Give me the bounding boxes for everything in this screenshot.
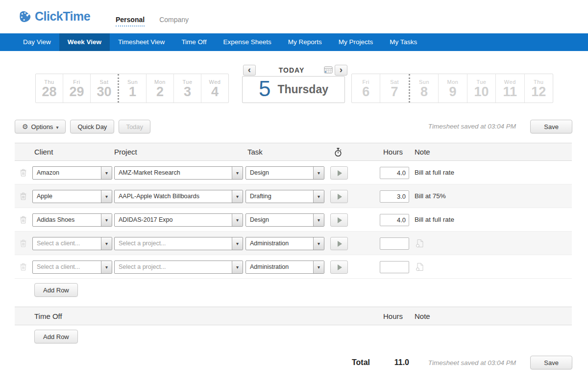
hours-input[interactable]	[380, 167, 409, 179]
previous-week-strip: Thu28 Fri29 Sat30 Sun1 Mon2 Tue3 Wed4	[35, 74, 229, 103]
time-off-add-row-button[interactable]: Add Row	[34, 330, 78, 343]
select-arrow-icon	[232, 214, 243, 226]
saved-status: Timesheet saved at 03:04 PM	[428, 123, 516, 130]
project-select[interactable]: AAPL-Apple Watch Billboards	[114, 190, 243, 203]
select-arrow-icon	[232, 261, 243, 273]
select-arrow-icon	[232, 190, 243, 203]
client-select[interactable]: Adidas Shoes	[32, 213, 112, 227]
day-cell[interactable]: Wed11	[495, 74, 524, 103]
day-cell[interactable]: Sun1	[118, 74, 146, 103]
add-note-icon[interactable]	[416, 262, 424, 271]
project-select[interactable]: Select a project...	[114, 261, 243, 274]
select-arrow-icon	[101, 261, 112, 273]
timesheet-row: Apple AAPL-Apple Watch Billboards Drafti…	[15, 184, 572, 208]
start-timer-button[interactable]	[330, 237, 348, 250]
hours-input[interactable]	[380, 261, 409, 273]
delete-row-icon[interactable]	[20, 263, 26, 271]
add-note-icon[interactable]	[416, 239, 424, 248]
previous-day-button[interactable]	[243, 65, 256, 76]
select-arrow-icon	[313, 214, 324, 226]
selected-day-weekday: Thursday	[277, 83, 328, 96]
project-select[interactable]: ADIDAS-2017 Expo	[114, 213, 243, 227]
start-timer-button[interactable]	[330, 261, 348, 274]
column-client: Client	[34, 143, 53, 161]
select-arrow-icon	[313, 190, 324, 203]
tab-company[interactable]: Company	[159, 16, 189, 26]
day-cell[interactable]: Sun8	[409, 74, 438, 103]
select-arrow-icon	[101, 190, 112, 203]
start-timer-button[interactable]	[330, 166, 348, 180]
options-button[interactable]: Options	[15, 120, 66, 133]
save-button[interactable]: Save	[530, 356, 572, 369]
delete-row-icon[interactable]	[20, 216, 26, 224]
nav-expense-sheets[interactable]: Expense Sheets	[215, 33, 279, 51]
row-note: Bill at full rate	[415, 161, 454, 184]
row-note: Bill at 75%	[415, 184, 446, 208]
nav-time-off[interactable]: Time Off	[173, 33, 215, 51]
day-cell[interactable]: Fri6	[352, 74, 380, 103]
clicktime-logo[interactable]: ClickTime	[18, 9, 90, 24]
nav-day-view[interactable]: Day View	[15, 33, 59, 51]
nav-week-view[interactable]: Week View	[59, 33, 110, 51]
add-row-button[interactable]: Add Row	[34, 283, 78, 297]
client-select[interactable]: Select a client...	[32, 261, 112, 274]
chevron-right-icon	[340, 66, 343, 75]
time-off-title: Time Off	[34, 307, 62, 325]
hours-input[interactable]	[380, 190, 409, 203]
delete-row-icon[interactable]	[20, 169, 26, 177]
today-button[interactable]: Today	[119, 120, 150, 133]
day-cell[interactable]: Mon2	[146, 74, 173, 103]
select-arrow-icon	[232, 167, 243, 179]
chevron-left-icon	[248, 66, 251, 75]
total-label: Total	[352, 358, 370, 367]
clicktime-app: ClickTime Personal Company Day View Week…	[0, 0, 588, 392]
project-select[interactable]: Select a project...	[114, 237, 243, 250]
play-icon	[338, 170, 342, 176]
select-arrow-icon	[101, 237, 112, 250]
column-task: Task	[247, 143, 263, 161]
task-select[interactable]: Administration	[245, 237, 324, 250]
timesheet-row: Amazon AMZ-Market Research Design Bill a…	[15, 161, 572, 184]
task-select[interactable]: Design	[245, 166, 324, 180]
task-select[interactable]: Administration	[245, 261, 324, 274]
selected-day[interactable]: 5 Thursday	[242, 76, 345, 103]
client-select[interactable]: Select a client...	[32, 237, 112, 250]
main-nav: Day View Week View Timesheet View Time O…	[0, 33, 588, 51]
calendar-icon[interactable]	[324, 66, 333, 74]
hours-input[interactable]	[380, 237, 409, 250]
time-off-header: Time Off Hours Note	[15, 307, 572, 325]
tab-personal[interactable]: Personal	[116, 16, 145, 26]
start-timer-button[interactable]	[330, 213, 348, 227]
delete-row-icon[interactable]	[20, 239, 26, 247]
client-select[interactable]: Apple	[32, 190, 112, 203]
next-day-button[interactable]	[335, 65, 347, 76]
caret-down-icon	[56, 123, 58, 131]
nav-my-tasks[interactable]: My Tasks	[381, 33, 425, 51]
top-tabs: Personal Company	[116, 16, 189, 26]
task-select[interactable]: Design	[245, 213, 324, 227]
timesheet-row: Select a client... Select a project... A…	[15, 232, 572, 255]
day-cell[interactable]: Tue3	[173, 74, 201, 103]
quick-day-button[interactable]: Quick Day	[70, 120, 114, 133]
client-select[interactable]: Amazon	[32, 166, 112, 180]
day-cell[interactable]: Thu28	[36, 74, 63, 103]
day-cell[interactable]: Fri29	[63, 74, 90, 103]
task-select[interactable]: Drafting	[245, 190, 324, 203]
start-timer-button[interactable]	[330, 190, 348, 203]
select-arrow-icon	[101, 167, 112, 179]
save-button[interactable]: Save	[530, 120, 572, 133]
project-select[interactable]: AMZ-Market Research	[114, 166, 243, 180]
nav-my-projects[interactable]: My Projects	[330, 33, 382, 51]
delete-row-icon[interactable]	[20, 192, 26, 200]
day-cell[interactable]: Sat7	[380, 74, 408, 103]
today-label: TODAY	[265, 66, 318, 74]
hours-input[interactable]	[380, 214, 409, 226]
day-cell[interactable]: Sat30	[90, 74, 118, 103]
day-cell[interactable]: Thu12	[524, 74, 553, 103]
nav-timesheet-view[interactable]: Timesheet View	[110, 33, 173, 51]
day-cell[interactable]: Tue10	[467, 74, 495, 103]
nav-my-reports[interactable]: My Reports	[280, 33, 330, 51]
day-cell[interactable]: Wed4	[201, 74, 228, 103]
timesheet-table: Client Project Task Hours Note Amazon	[15, 143, 572, 353]
day-cell[interactable]: Mon9	[438, 74, 466, 103]
